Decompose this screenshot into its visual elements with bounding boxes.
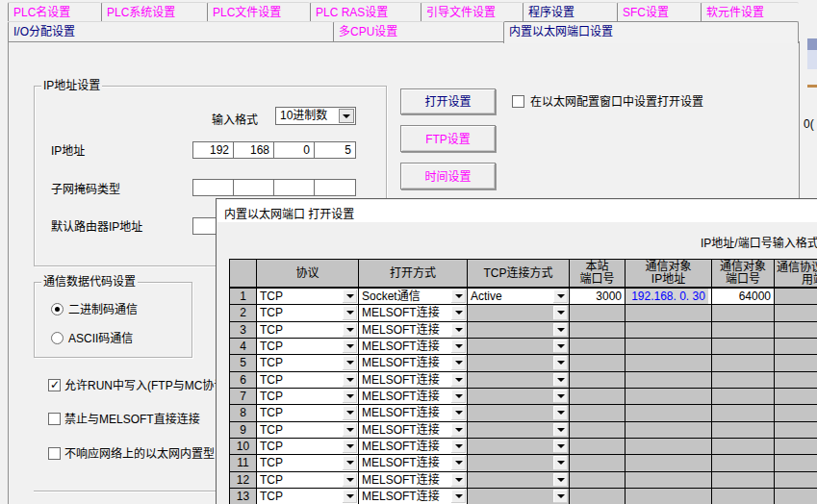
- dropdown-button[interactable]: [343, 356, 357, 369]
- row-number-cell[interactable]: 12: [230, 472, 257, 489]
- subnet-octet-1[interactable]: [193, 180, 234, 195]
- tab-program[interactable]: 程序设置: [523, 2, 617, 21]
- dropdown-button[interactable]: [553, 456, 568, 469]
- protocol-select[interactable]: TCP: [257, 289, 359, 305]
- tab-multi-cpu[interactable]: 多CPU设置: [333, 21, 503, 41]
- protocol-select[interactable]: TCP: [257, 305, 359, 321]
- tab-boot-file[interactable]: 引导文件设置: [421, 2, 523, 21]
- dropdown-button[interactable]: [451, 456, 466, 469]
- tcp-connection-select[interactable]: [468, 355, 570, 371]
- dropdown-button[interactable]: [343, 390, 357, 403]
- open-settings-button[interactable]: 打开设置: [400, 88, 496, 114]
- dropdown-button[interactable]: [451, 306, 466, 319]
- dropdown-button[interactable]: [451, 406, 466, 419]
- protocol-select[interactable]: TCP: [257, 489, 359, 504]
- open-system-select[interactable]: MELSOFT连接: [359, 439, 468, 455]
- dropdown-button[interactable]: [553, 406, 568, 419]
- row-number-cell[interactable]: 9: [230, 422, 257, 439]
- open-system-select[interactable]: MELSOFT连接: [359, 322, 468, 339]
- row-number-cell[interactable]: 4: [230, 339, 257, 355]
- dropdown-button[interactable]: [553, 440, 568, 453]
- row-number-cell[interactable]: 11: [230, 455, 257, 471]
- tcp-connection-select[interactable]: [468, 372, 570, 389]
- tab-sfc[interactable]: SFC设置: [617, 2, 701, 21]
- tab-device[interactable]: 软元件设置: [701, 2, 799, 21]
- open-system-select[interactable]: Socket通信: [359, 289, 468, 305]
- ftp-settings-button[interactable]: FTP设置: [400, 125, 496, 152]
- dest-ip-cell[interactable]: 192.168. 0. 30: [626, 289, 712, 305]
- tcp-connection-select[interactable]: [468, 305, 570, 321]
- open-system-select[interactable]: MELSOFT连接: [359, 489, 468, 504]
- protocol-select[interactable]: TCP: [257, 322, 359, 339]
- protocol-select[interactable]: TCP: [257, 422, 359, 439]
- dropdown-button[interactable]: [343, 473, 357, 487]
- ip-octet-3[interactable]: 0: [274, 142, 315, 158]
- allow-run-write-checkbox[interactable]: ✓: [48, 379, 61, 391]
- tcp-connection-select[interactable]: [468, 489, 570, 504]
- tcp-connection-select[interactable]: [468, 422, 570, 439]
- host-port-cell[interactable]: 3000: [570, 289, 626, 305]
- dest-port-cell[interactable]: 64000: [712, 289, 775, 305]
- row-number-cell[interactable]: 2: [230, 305, 257, 321]
- protocol-select[interactable]: TCP: [257, 455, 359, 471]
- tcp-connection-select[interactable]: [468, 405, 570, 421]
- dropdown-button[interactable]: [451, 373, 466, 387]
- dropdown-button[interactable]: [343, 290, 357, 303]
- protocol-select[interactable]: TCP: [257, 355, 359, 371]
- dropdown-button[interactable]: [343, 490, 357, 503]
- disable-melsoft-checkbox[interactable]: ✓: [48, 413, 61, 425]
- row-number-cell[interactable]: 3: [230, 322, 257, 339]
- tab-io-assignment[interactable]: I/O分配设置: [8, 21, 333, 41]
- ip-octet-2[interactable]: 168: [234, 142, 274, 158]
- dropdown-button[interactable]: [343, 456, 357, 469]
- open-system-select[interactable]: MELSOFT连接: [359, 372, 468, 389]
- tcp-connection-select[interactable]: Active: [468, 289, 570, 305]
- ascii-code-radio[interactable]: [51, 332, 64, 344]
- tcp-connection-select[interactable]: [468, 472, 570, 489]
- input-format-select[interactable]: 10进制数: [275, 107, 356, 125]
- open-system-select[interactable]: MELSOFT连接: [359, 355, 468, 371]
- dropdown-button[interactable]: [343, 373, 357, 387]
- open-system-select[interactable]: MELSOFT连接: [359, 455, 468, 471]
- open-system-select[interactable]: MELSOFT连接: [359, 405, 468, 421]
- dropdown-button[interactable]: [451, 356, 466, 369]
- dropdown-button[interactable]: [343, 306, 357, 319]
- subnet-octet-4[interactable]: [315, 180, 355, 195]
- tcp-connection-select[interactable]: [468, 339, 570, 355]
- protocol-select[interactable]: TCP: [257, 372, 359, 389]
- dropdown-button[interactable]: [343, 340, 357, 353]
- dropdown-button[interactable]: [451, 290, 466, 303]
- row-number-cell[interactable]: 1: [230, 289, 257, 305]
- tcp-connection-select[interactable]: [468, 389, 570, 405]
- row-number-cell[interactable]: 13: [230, 489, 257, 504]
- dropdown-button[interactable]: [553, 323, 568, 337]
- dropdown-button[interactable]: [451, 490, 466, 503]
- protocol-select[interactable]: TCP: [257, 472, 359, 489]
- dropdown-button[interactable]: [451, 340, 466, 353]
- dropdown-button[interactable]: [343, 423, 357, 437]
- ethernet-config-window-checkbox[interactable]: ✓: [512, 95, 524, 108]
- protocol-select[interactable]: TCP: [257, 439, 359, 455]
- dropdown-button[interactable]: [343, 406, 357, 419]
- tab-plc-system[interactable]: PLC系统设置: [101, 2, 207, 21]
- dropdown-button[interactable]: [553, 306, 568, 319]
- row-number-cell[interactable]: 8: [230, 405, 257, 421]
- input-format-dropdown-button[interactable]: [339, 109, 354, 123]
- tcp-connection-select[interactable]: [468, 439, 570, 455]
- dropdown-button[interactable]: [553, 490, 568, 503]
- dropdown-button[interactable]: [553, 290, 568, 303]
- dropdown-button[interactable]: [451, 423, 466, 437]
- subnet-octet-2[interactable]: [234, 180, 274, 195]
- dropdown-button[interactable]: [553, 356, 568, 369]
- binary-code-radio[interactable]: [51, 303, 64, 315]
- dialog-titlebar[interactable]: 内置以太网端口 打开设置: [217, 200, 817, 222]
- dropdown-button[interactable]: [451, 323, 466, 337]
- tab-plc-ras[interactable]: PLC RAS设置: [310, 2, 421, 21]
- dropdown-button[interactable]: [451, 473, 466, 487]
- tab-plc-file[interactable]: PLC文件设置: [207, 2, 310, 21]
- dropdown-button[interactable]: [553, 373, 568, 387]
- dropdown-button[interactable]: [553, 423, 568, 437]
- tcp-connection-select[interactable]: [468, 455, 570, 471]
- open-system-select[interactable]: MELSOFT连接: [359, 422, 468, 439]
- open-system-select[interactable]: MELSOFT连接: [359, 389, 468, 405]
